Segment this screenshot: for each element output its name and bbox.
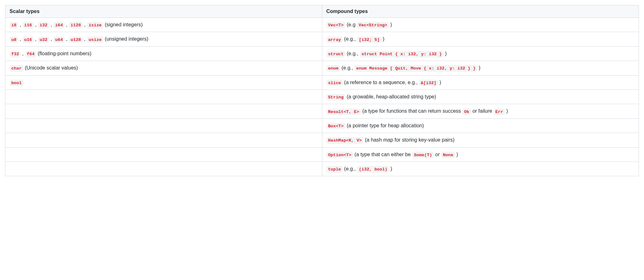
text-fragment: (Unicode scalar values) bbox=[24, 65, 78, 70]
text-fragment: ) bbox=[381, 36, 385, 42]
table-row: tuple (e.g., (i32, bool) ) bbox=[5, 162, 639, 176]
table-row: char (Unicode scalar values)enum (e.g., … bbox=[5, 61, 639, 75]
code-token: struct Point { x: i32, y: i32 } bbox=[360, 51, 444, 57]
text-fragment: (floating-point numbers) bbox=[36, 51, 91, 56]
text-fragment: , bbox=[49, 36, 53, 42]
compound-cell: Box<T> (a pointer type for heap allocati… bbox=[322, 118, 639, 133]
code-token: Vec<T> bbox=[326, 22, 346, 28]
text-fragment: or bbox=[434, 152, 441, 157]
text-fragment: or failure bbox=[471, 108, 494, 114]
code-token: Vec<String> bbox=[357, 22, 389, 28]
code-token: None bbox=[441, 152, 455, 158]
text-fragment: ) bbox=[389, 166, 392, 171]
code-token: u8 bbox=[10, 37, 18, 43]
text-fragment: (a reference to a sequence, e.g., bbox=[343, 80, 419, 85]
table-row: HashMap<K, V> (a hash map for storing ke… bbox=[5, 133, 639, 147]
code-token: &[i32] bbox=[419, 80, 438, 86]
text-fragment: ) bbox=[389, 22, 392, 27]
code-token: enum Message { Quit, Move { x: i32, y: i… bbox=[354, 65, 477, 71]
code-token: bool bbox=[10, 80, 24, 86]
text-fragment: , bbox=[21, 51, 25, 56]
code-token: u32 bbox=[38, 37, 49, 43]
compound-cell: Result<T, E> (a type for functions that … bbox=[322, 104, 639, 118]
text-fragment: , bbox=[49, 22, 53, 27]
code-token: enum bbox=[326, 65, 340, 71]
text-fragment: , bbox=[65, 22, 69, 27]
code-token: f64 bbox=[25, 51, 36, 57]
text-fragment: ) bbox=[477, 65, 481, 70]
code-token: Some(T) bbox=[412, 152, 434, 158]
scalar-cell bbox=[5, 162, 322, 176]
code-token: tuple bbox=[326, 166, 343, 172]
text-fragment: (unsigned integers) bbox=[103, 36, 148, 42]
code-token: i128 bbox=[69, 22, 83, 28]
header-compound: Compound types bbox=[322, 5, 639, 18]
table-row: Result<T, E> (a type for functions that … bbox=[5, 104, 639, 118]
code-token: u16 bbox=[23, 37, 34, 43]
text-fragment: ) bbox=[505, 108, 508, 114]
code-token: i64 bbox=[53, 22, 65, 28]
text-fragment: (e.g., bbox=[343, 166, 357, 171]
code-token: usize bbox=[87, 37, 104, 43]
text-fragment: , bbox=[83, 22, 87, 27]
code-token: Option<T> bbox=[326, 152, 353, 158]
scalar-cell: char (Unicode scalar values) bbox=[5, 61, 322, 75]
text-fragment: (e.g., bbox=[343, 36, 357, 42]
table-row: i8 , i16 , i32 , i64 , i128 , isize (sig… bbox=[5, 18, 639, 32]
code-token: HashMap<K, V> bbox=[326, 137, 364, 143]
code-token: i8 bbox=[10, 22, 18, 28]
table-row: boolslice (a reference to a sequence, e.… bbox=[5, 75, 639, 90]
scalar-cell: f32 , f64 (floating-point numbers) bbox=[5, 46, 322, 61]
table-header-row: Scalar types Compound types bbox=[5, 5, 639, 18]
code-token: Err bbox=[494, 109, 505, 115]
types-table: Scalar types Compound types i8 , i16 , i… bbox=[5, 5, 639, 176]
compound-cell: Vec<T> (e.g Vec<String> ) bbox=[322, 18, 639, 32]
scalar-cell: u8 , u16 , u32 , u64 , u128 , usize (uns… bbox=[5, 32, 322, 46]
text-fragment: (a hash map for storing key-value pairs) bbox=[363, 137, 454, 143]
code-token: Ok bbox=[462, 109, 471, 115]
text-fragment: (a type that can either be bbox=[353, 152, 412, 157]
scalar-cell: bool bbox=[5, 75, 322, 90]
scalar-cell bbox=[5, 147, 322, 162]
compound-cell: array (e.g., [i32; 5] ) bbox=[322, 32, 639, 46]
compound-cell: String (a growable, heap-allocated strin… bbox=[322, 90, 639, 104]
code-token: array bbox=[326, 37, 343, 43]
text-fragment: ) bbox=[443, 51, 447, 56]
code-token: f32 bbox=[10, 51, 21, 57]
text-fragment: (e.g., bbox=[340, 65, 354, 70]
code-token: [i32; 5] bbox=[357, 37, 381, 43]
compound-cell: enum (e.g., enum Message { Quit, Move { … bbox=[322, 61, 639, 75]
table-row: Option<T> (a type that can either be Som… bbox=[5, 147, 639, 162]
text-fragment: ) bbox=[438, 80, 441, 85]
table-row: String (a growable, heap-allocated strin… bbox=[5, 90, 639, 104]
compound-cell: HashMap<K, V> (a hash map for storing ke… bbox=[322, 133, 639, 147]
text-fragment: (a pointer type for heap allocation) bbox=[345, 123, 424, 128]
table-row: u8 , u16 , u32 , u64 , u128 , usize (uns… bbox=[5, 32, 639, 46]
table-body: i8 , i16 , i32 , i64 , i128 , isize (sig… bbox=[5, 18, 639, 176]
text-fragment: , bbox=[18, 22, 22, 27]
compound-cell: slice (a reference to a sequence, e.g., … bbox=[322, 75, 639, 90]
code-token: i16 bbox=[23, 22, 34, 28]
code-token: slice bbox=[326, 80, 343, 86]
code-token: u64 bbox=[53, 37, 65, 43]
code-token: struct bbox=[326, 51, 346, 57]
code-token: Result<T, E> bbox=[326, 109, 361, 115]
text-fragment: , bbox=[83, 36, 87, 42]
scalar-cell bbox=[5, 90, 322, 104]
code-token: u128 bbox=[69, 37, 83, 43]
text-fragment: ) bbox=[455, 152, 458, 157]
scalar-cell bbox=[5, 133, 322, 147]
code-token: i32 bbox=[38, 22, 49, 28]
text-fragment: , bbox=[34, 36, 38, 42]
text-fragment: (a type for functions that can return su… bbox=[361, 108, 462, 114]
text-fragment: , bbox=[65, 36, 69, 42]
text-fragment: (signed integers) bbox=[103, 22, 143, 27]
text-fragment: , bbox=[18, 36, 22, 42]
scalar-cell bbox=[5, 104, 322, 118]
code-token: char bbox=[10, 65, 24, 71]
text-fragment: (a growable, heap-allocated string type) bbox=[345, 94, 436, 99]
text-fragment: (e.g bbox=[345, 22, 357, 27]
scalar-cell: i8 , i16 , i32 , i64 , i128 , isize (sig… bbox=[5, 18, 322, 32]
text-fragment: (e.g., bbox=[345, 51, 360, 56]
compound-cell: struct (e.g., struct Point { x: i32, y: … bbox=[322, 46, 639, 61]
